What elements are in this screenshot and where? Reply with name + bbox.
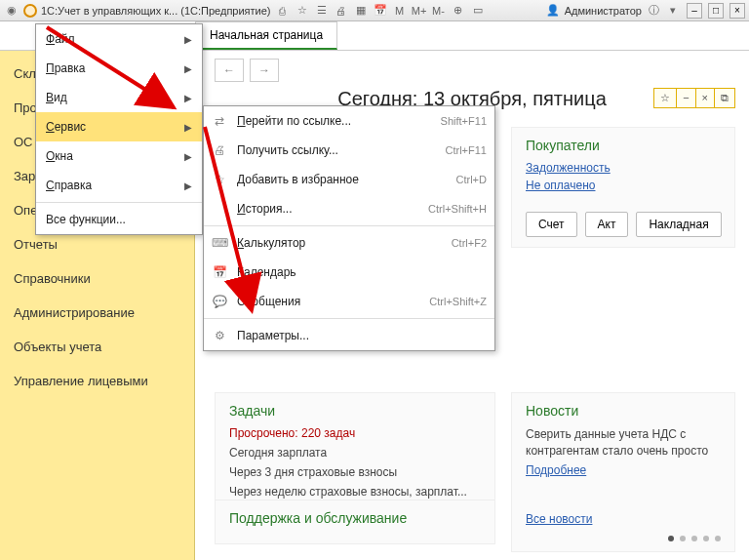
panel-toolbar: ☆ − × ⧉ (653, 88, 735, 108)
menu-file[interactable]: Файл▶ (36, 24, 202, 54)
pager-dots (526, 536, 721, 541)
news-block: Новости Сверить данные учета НДС с контр… (511, 392, 735, 552)
buyers-block: Покупатели Задолженность Не оплачено Сче… (511, 127, 735, 248)
menu-edit[interactable]: Правка▶ (36, 54, 202, 83)
tasks-overdue: Просрочено: 220 задач (229, 426, 481, 440)
task-line: Через неделю страховые взносы, зарплат..… (229, 485, 481, 499)
user-label[interactable]: Администратор (565, 5, 642, 17)
print-icon: 🖨 (212, 143, 227, 157)
star-icon: ☆ (212, 173, 227, 186)
sidebar-item[interactable]: Управление лицевыми (0, 364, 194, 398)
menu-help[interactable]: Справка▶ (36, 171, 202, 200)
submenu-calendar[interactable]: 📅Календарь (204, 258, 494, 287)
main-menu: Файл▶ Правка▶ Вид▶ Сервис▶ Окна▶ Справка… (35, 23, 203, 235)
minus-icon[interactable]: − (676, 89, 694, 107)
gear-icon: ⚙ (212, 329, 227, 342)
service-submenu: ⇄Перейти по ссылке...Shift+F11 🖨Получить… (203, 105, 495, 351)
toolbar-icon[interactable]: ☆ (295, 3, 310, 19)
toolbar-icon[interactable]: M- (431, 3, 447, 19)
titlebar: ◉ 1С:Учет в управляющих к... (1С:Предпри… (0, 0, 749, 21)
dot[interactable] (680, 536, 686, 541)
submenu-add-favorite[interactable]: ☆Добавить в избранноеCtrl+D (204, 165, 494, 194)
btn-waybill[interactable]: Накладная (636, 212, 721, 237)
link-debt[interactable]: Задолженность (526, 161, 721, 175)
menu-all-functions[interactable]: Все функции... (36, 205, 202, 234)
popout-icon[interactable]: ⧉ (714, 89, 734, 107)
highlight-circle (23, 4, 37, 18)
sidebar-item[interactable]: Объекты учета (0, 330, 194, 364)
nav-arrows: ← → (215, 59, 729, 82)
support-title: Поддержка и обслуживание (229, 510, 481, 526)
sidebar-item[interactable]: Справочники (0, 261, 194, 296)
dot[interactable] (691, 536, 697, 541)
toolbar-icon[interactable]: ☰ (314, 3, 330, 19)
menu-windows[interactable]: Окна▶ (36, 141, 202, 171)
submenu-messages[interactable]: 💬СообщенияCtrl+Shift+Z (204, 287, 494, 316)
support-block: Поддержка и обслуживание (215, 500, 495, 544)
news-text: Сверить данные учета НДС с контрагентам … (526, 426, 721, 460)
tab-home[interactable]: Начальная страница (195, 21, 337, 50)
news-title: Новости (526, 403, 721, 419)
menu-view[interactable]: Вид▶ (36, 83, 202, 112)
link-unpaid[interactable]: Не оплачено (526, 179, 721, 192)
tasks-title: Задачи (229, 403, 481, 419)
link-icon: ⇄ (212, 114, 227, 128)
sidebar-item[interactable]: Администрирование (0, 296, 194, 330)
minimize-button[interactable]: – (687, 3, 702, 19)
toolbar-icon[interactable]: M+ (412, 3, 427, 19)
close-icon[interactable]: × (695, 89, 714, 107)
close-button[interactable]: × (729, 3, 745, 19)
maximize-button[interactable]: □ (708, 3, 724, 19)
link-more[interactable]: Подробнее (526, 463, 721, 477)
toolbar-icon[interactable]: ▭ (470, 3, 486, 19)
dot[interactable] (715, 536, 721, 541)
forward-button[interactable]: → (250, 59, 279, 82)
star-icon[interactable]: ☆ (654, 89, 676, 107)
link-all-news[interactable]: Все новости (526, 512, 721, 526)
dot[interactable] (668, 536, 674, 541)
toolbar-icon[interactable]: 📅 (373, 3, 388, 19)
info-icon[interactable]: ⓘ (646, 3, 661, 19)
calc-icon: ⌨ (212, 236, 227, 250)
dot[interactable] (703, 536, 709, 541)
btn-act[interactable]: Акт (585, 212, 629, 237)
calendar-icon: 📅 (212, 265, 227, 279)
submenu-history[interactable]: История...Ctrl+Shift+H (204, 194, 494, 223)
toolbar-icon[interactable]: 🖨 (334, 3, 349, 19)
submenu-parameters[interactable]: ⚙Параметры... (204, 321, 494, 350)
submenu-goto-link[interactable]: ⇄Перейти по ссылке...Shift+F11 (204, 106, 494, 136)
submenu-calculator[interactable]: ⌨КалькуляторCtrl+F2 (204, 228, 494, 258)
toolbar-icon[interactable]: ⊕ (451, 3, 466, 19)
menu-service[interactable]: Сервис▶ (36, 112, 202, 141)
btn-invoice[interactable]: Счет (526, 212, 577, 237)
toolbar-icon[interactable]: ⎙ (275, 3, 291, 19)
buyers-title: Покупатели (526, 138, 721, 153)
chat-icon: 💬 (212, 295, 227, 308)
toolbar-icon[interactable]: ▦ (353, 3, 369, 19)
back-button[interactable]: ← (215, 59, 244, 82)
dropdown-icon[interactable]: ▾ (665, 3, 681, 19)
user-icon: 👤 (545, 3, 561, 19)
task-line: Через 3 дня страховые взносы (229, 465, 481, 479)
submenu-get-link[interactable]: 🖨Получить ссылку...Ctrl+F11 (204, 136, 494, 165)
window-title: 1С:Учет в управляющих к... (1С:Предприят… (41, 5, 271, 17)
app-icon: ◉ (4, 3, 20, 19)
task-line: Сегодня зарплата (229, 446, 481, 460)
toolbar-icon[interactable]: M (392, 3, 408, 19)
